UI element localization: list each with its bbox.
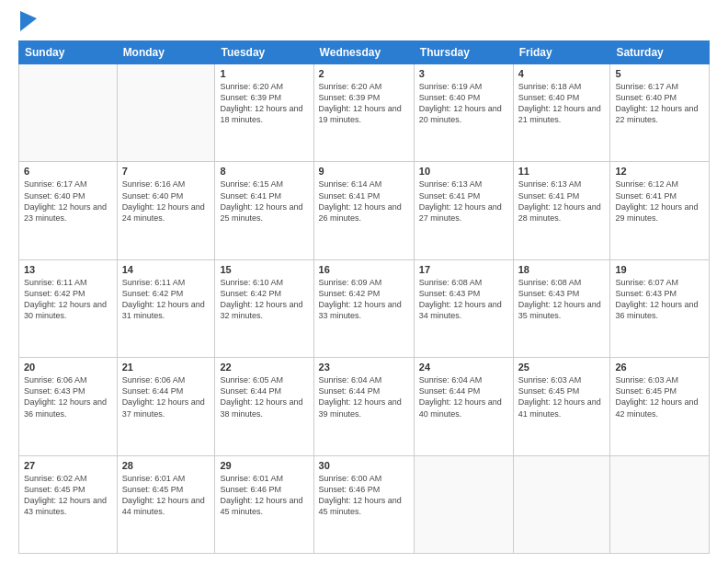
calendar-cell: 14Sunrise: 6:11 AM Sunset: 6:42 PM Dayli… [117, 259, 215, 357]
day-number: 14 [122, 264, 210, 275]
day-number: 6 [24, 166, 112, 177]
weekday-header-saturday: Saturday [610, 41, 710, 64]
calendar-cell: 11Sunrise: 6:13 AM Sunset: 6:41 PM Dayli… [513, 162, 610, 259]
calendar-cell: 4Sunrise: 6:18 AM Sunset: 6:40 PM Daylig… [513, 64, 610, 162]
day-number: 29 [220, 460, 308, 471]
day-info: Sunrise: 6:08 AM Sunset: 6:43 PM Dayligh… [419, 277, 508, 322]
day-number: 19 [615, 264, 704, 275]
day-info: Sunrise: 6:03 AM Sunset: 6:45 PM Dayligh… [615, 374, 704, 419]
day-info: Sunrise: 6:17 AM Sunset: 6:40 PM Dayligh… [615, 81, 704, 126]
logo [18, 15, 37, 31]
day-number: 13 [24, 264, 112, 275]
day-info: Sunrise: 6:02 AM Sunset: 6:45 PM Dayligh… [24, 473, 112, 518]
day-info: Sunrise: 6:06 AM Sunset: 6:43 PM Dayligh… [24, 374, 112, 419]
day-number: 1 [220, 68, 308, 79]
calendar-cell: 23Sunrise: 6:04 AM Sunset: 6:44 PM Dayli… [313, 358, 414, 455]
day-info: Sunrise: 6:09 AM Sunset: 6:42 PM Dayligh… [319, 277, 409, 322]
calendar-cell [513, 455, 610, 553]
weekday-header-tuesday: Tuesday [215, 41, 313, 64]
weekday-header-sunday: Sunday [19, 41, 118, 64]
day-number: 10 [419, 166, 508, 177]
day-number: 28 [122, 460, 210, 471]
day-number: 22 [220, 362, 308, 373]
day-info: Sunrise: 6:20 AM Sunset: 6:39 PM Dayligh… [319, 81, 409, 126]
day-number: 2 [319, 68, 409, 79]
calendar-cell: 21Sunrise: 6:06 AM Sunset: 6:44 PM Dayli… [117, 358, 215, 455]
calendar-cell: 6Sunrise: 6:17 AM Sunset: 6:40 PM Daylig… [19, 162, 118, 259]
day-number: 16 [319, 264, 409, 275]
calendar-cell: 3Sunrise: 6:19 AM Sunset: 6:40 PM Daylig… [414, 64, 513, 162]
day-info: Sunrise: 6:11 AM Sunset: 6:42 PM Dayligh… [122, 277, 210, 322]
weekday-header-friday: Friday [513, 41, 610, 64]
day-number: 3 [419, 68, 508, 79]
calendar-cell: 25Sunrise: 6:03 AM Sunset: 6:45 PM Dayli… [513, 358, 610, 455]
calendar-cell: 28Sunrise: 6:01 AM Sunset: 6:45 PM Dayli… [117, 455, 215, 553]
calendar-cell: 26Sunrise: 6:03 AM Sunset: 6:45 PM Dayli… [610, 358, 710, 455]
header [18, 15, 710, 31]
day-info: Sunrise: 6:01 AM Sunset: 6:45 PM Dayligh… [122, 473, 210, 518]
logo-icon [20, 11, 37, 31]
calendar-cell: 18Sunrise: 6:08 AM Sunset: 6:43 PM Dayli… [513, 259, 610, 357]
calendar-week-0: 1Sunrise: 6:20 AM Sunset: 6:39 PM Daylig… [19, 64, 710, 162]
weekday-header-thursday: Thursday [414, 41, 513, 64]
calendar-cell: 1Sunrise: 6:20 AM Sunset: 6:39 PM Daylig… [215, 64, 313, 162]
day-info: Sunrise: 6:19 AM Sunset: 6:40 PM Dayligh… [419, 81, 508, 126]
day-number: 8 [220, 166, 308, 177]
day-info: Sunrise: 6:12 AM Sunset: 6:41 PM Dayligh… [615, 178, 704, 224]
day-info: Sunrise: 6:13 AM Sunset: 6:41 PM Dayligh… [419, 178, 508, 224]
day-info: Sunrise: 6:14 AM Sunset: 6:41 PM Dayligh… [319, 178, 409, 224]
day-number: 30 [319, 460, 409, 471]
calendar-week-3: 20Sunrise: 6:06 AM Sunset: 6:43 PM Dayli… [19, 358, 710, 455]
weekday-header-wednesday: Wednesday [313, 41, 414, 64]
day-info: Sunrise: 6:18 AM Sunset: 6:40 PM Dayligh… [518, 81, 606, 126]
day-number: 26 [615, 362, 704, 373]
day-number: 27 [24, 460, 112, 471]
day-info: Sunrise: 6:13 AM Sunset: 6:41 PM Dayligh… [518, 178, 606, 224]
calendar-cell: 19Sunrise: 6:07 AM Sunset: 6:43 PM Dayli… [610, 259, 710, 357]
day-info: Sunrise: 6:15 AM Sunset: 6:41 PM Dayligh… [220, 178, 308, 224]
calendar-cell: 12Sunrise: 6:12 AM Sunset: 6:41 PM Dayli… [610, 162, 710, 259]
calendar-cell: 7Sunrise: 6:16 AM Sunset: 6:40 PM Daylig… [117, 162, 215, 259]
day-info: Sunrise: 6:17 AM Sunset: 6:40 PM Dayligh… [24, 178, 112, 224]
day-number: 12 [615, 166, 704, 177]
calendar-cell: 2Sunrise: 6:20 AM Sunset: 6:39 PM Daylig… [313, 64, 414, 162]
day-number: 20 [24, 362, 112, 373]
calendar-cell [117, 64, 215, 162]
day-info: Sunrise: 6:03 AM Sunset: 6:45 PM Dayligh… [518, 374, 606, 419]
calendar-week-1: 6Sunrise: 6:17 AM Sunset: 6:40 PM Daylig… [19, 162, 710, 259]
day-number: 7 [122, 166, 210, 177]
calendar-cell: 16Sunrise: 6:09 AM Sunset: 6:42 PM Dayli… [313, 259, 414, 357]
day-number: 25 [518, 362, 606, 373]
day-info: Sunrise: 6:04 AM Sunset: 6:44 PM Dayligh… [419, 374, 508, 419]
day-info: Sunrise: 6:11 AM Sunset: 6:42 PM Dayligh… [24, 277, 112, 322]
calendar-cell: 15Sunrise: 6:10 AM Sunset: 6:42 PM Dayli… [215, 259, 313, 357]
calendar-week-4: 27Sunrise: 6:02 AM Sunset: 6:45 PM Dayli… [19, 455, 710, 553]
day-info: Sunrise: 6:08 AM Sunset: 6:43 PM Dayligh… [518, 277, 606, 322]
page: SundayMondayTuesdayWednesdayThursdayFrid… [0, 0, 728, 563]
svg-marker-0 [20, 11, 37, 31]
day-number: 24 [419, 362, 508, 373]
calendar-cell [414, 455, 513, 553]
day-number: 17 [419, 264, 508, 275]
day-info: Sunrise: 6:16 AM Sunset: 6:40 PM Dayligh… [122, 178, 210, 224]
day-number: 9 [319, 166, 409, 177]
calendar-header-row: SundayMondayTuesdayWednesdayThursdayFrid… [19, 41, 710, 64]
calendar-cell: 22Sunrise: 6:05 AM Sunset: 6:44 PM Dayli… [215, 358, 313, 455]
calendar-cell [19, 64, 118, 162]
calendar-cell: 24Sunrise: 6:04 AM Sunset: 6:44 PM Dayli… [414, 358, 513, 455]
calendar-cell: 9Sunrise: 6:14 AM Sunset: 6:41 PM Daylig… [313, 162, 414, 259]
calendar-cell: 5Sunrise: 6:17 AM Sunset: 6:40 PM Daylig… [610, 64, 710, 162]
day-number: 15 [220, 264, 308, 275]
day-info: Sunrise: 6:01 AM Sunset: 6:46 PM Dayligh… [220, 473, 308, 518]
day-info: Sunrise: 6:20 AM Sunset: 6:39 PM Dayligh… [220, 81, 308, 126]
day-info: Sunrise: 6:07 AM Sunset: 6:43 PM Dayligh… [615, 277, 704, 322]
calendar-cell: 27Sunrise: 6:02 AM Sunset: 6:45 PM Dayli… [19, 455, 118, 553]
calendar-table: SundayMondayTuesdayWednesdayThursdayFrid… [18, 40, 710, 554]
day-info: Sunrise: 6:05 AM Sunset: 6:44 PM Dayligh… [220, 374, 308, 419]
calendar-cell [610, 455, 710, 553]
calendar-cell: 10Sunrise: 6:13 AM Sunset: 6:41 PM Dayli… [414, 162, 513, 259]
calendar-cell: 20Sunrise: 6:06 AM Sunset: 6:43 PM Dayli… [19, 358, 118, 455]
weekday-header-monday: Monday [117, 41, 215, 64]
calendar-cell: 17Sunrise: 6:08 AM Sunset: 6:43 PM Dayli… [414, 259, 513, 357]
calendar-cell: 13Sunrise: 6:11 AM Sunset: 6:42 PM Dayli… [19, 259, 118, 357]
